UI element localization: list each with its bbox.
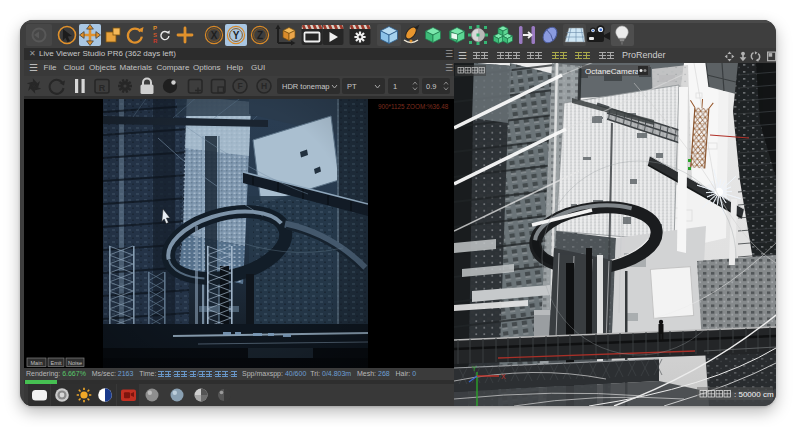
svg-text:R: R <box>99 83 106 93</box>
svg-text:HDR tonemap: HDR tonemap <box>282 82 330 91</box>
svg-text:: 50000 cm: : 50000 cm <box>734 390 774 399</box>
svg-text:900*1125 ZOOM:%36.48: 900*1125 ZOOM:%36.48 <box>378 103 449 110</box>
svg-text:Y: Y <box>233 30 240 41</box>
svg-text:1: 1 <box>393 82 397 91</box>
svg-text:X: X <box>501 373 506 380</box>
svg-text:Main: Main <box>31 360 43 366</box>
svg-text:H: H <box>261 81 267 91</box>
svg-text:F: F <box>237 81 242 91</box>
svg-text:Noise: Noise <box>68 360 82 366</box>
svg-text:P: P <box>153 25 157 31</box>
svg-text:Y: Y <box>472 365 477 372</box>
svg-text:0.9: 0.9 <box>426 82 436 91</box>
svg-text:S: S <box>153 32 157 38</box>
svg-text:Emit: Emit <box>51 360 62 366</box>
svg-text:R: R <box>153 38 158 44</box>
svg-text:X: X <box>211 30 218 41</box>
svg-text:OctaneCamera: OctaneCamera <box>585 67 640 76</box>
svg-text:PT: PT <box>347 82 357 91</box>
svg-text:Z: Z <box>257 30 263 41</box>
